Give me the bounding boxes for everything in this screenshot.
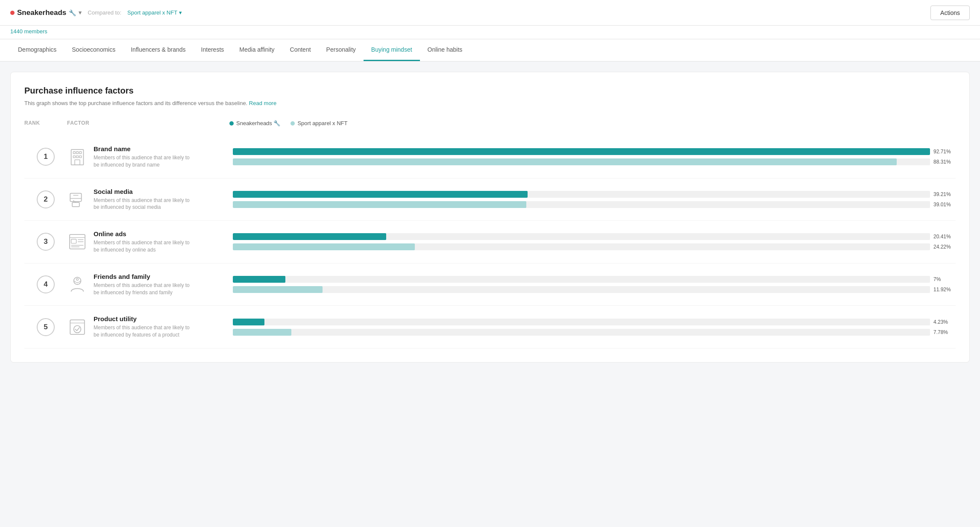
audience-dot <box>10 11 15 15</box>
primary-bar-label: 20.41% <box>933 234 956 240</box>
tab-demographics[interactable]: Demographics <box>10 39 64 61</box>
card-subtitle: This graph shows the top purchase influe… <box>24 100 956 106</box>
factor-cell: Friends and family Members of this audie… <box>67 273 229 296</box>
primary-bar-row: 39.21% <box>233 191 956 198</box>
tab-online-habits[interactable]: Online habits <box>420 39 470 61</box>
compared-link[interactable]: Sport apparel x NFT ▾ <box>127 9 182 16</box>
primary-bar-label: 4.23% <box>933 319 956 325</box>
rank-column-header: Rank <box>24 120 67 126</box>
rank-badge: 1 <box>37 148 55 166</box>
rank-cell: 4 <box>24 275 67 293</box>
factor-text: Online ads Members of this audience that… <box>94 230 196 254</box>
factor-desc: Members of this audience that are likely… <box>94 197 196 211</box>
primary-bar <box>233 233 386 240</box>
secondary-bar-label: 7.78% <box>933 329 956 335</box>
table-row: 5 Product utility Members of this audien… <box>24 306 956 348</box>
secondary-bar <box>233 329 291 336</box>
secondary-bar-row: 88.31% <box>233 158 956 165</box>
rank-cell: 2 <box>24 190 67 208</box>
factor-text: Brand name Members of this audience that… <box>94 145 196 169</box>
rank-cell: 3 <box>24 233 67 251</box>
tab-personality[interactable]: Personality <box>319 39 364 61</box>
secondary-bar-row: 39.01% <box>233 201 956 208</box>
svg-rect-6 <box>79 156 82 158</box>
svg-rect-12 <box>72 202 79 207</box>
secondary-bar-row: 7.78% <box>233 329 956 336</box>
tab-media-affinity[interactable]: Media affinity <box>232 39 282 61</box>
tab-influencers[interactable]: Influencers & brands <box>123 39 193 61</box>
secondary-bar <box>233 286 323 293</box>
tab-buying-mindset[interactable]: Buying mindset <box>364 39 420 61</box>
primary-bar-row: 4.23% <box>233 319 956 325</box>
tab-interests[interactable]: Interests <box>194 39 232 61</box>
factor-name: Product utility <box>94 315 196 322</box>
members-count: 1440 members <box>0 26 980 39</box>
rank-badge: 3 <box>37 233 55 251</box>
svg-rect-3 <box>79 152 82 154</box>
primary-bar-label: 92.71% <box>933 149 956 155</box>
audience-name: Sneakerheads 🔧 ▾ <box>10 9 82 17</box>
factor-desc: Members of this audience that are likely… <box>94 154 196 169</box>
primary-bar <box>233 148 930 155</box>
social-icon <box>67 189 88 210</box>
secondary-bar-label: 39.01% <box>933 202 956 208</box>
tab-content[interactable]: Content <box>282 39 319 61</box>
legend-primary-dot <box>229 121 234 126</box>
factors-list: 1 Brand name Members of this audience th… <box>24 136 956 348</box>
rank-cell: 5 <box>24 318 67 336</box>
svg-rect-5 <box>76 156 79 158</box>
legend-secondary: Sport apparel x NFT <box>290 120 347 126</box>
compared-chevron-icon: ▾ <box>179 9 182 16</box>
chevron-down-icon[interactable]: ▾ <box>79 9 82 16</box>
secondary-bar-label: 88.31% <box>933 159 956 165</box>
secondary-bar-label: 11.92% <box>933 287 956 293</box>
card-title: Purchase influence factors <box>24 86 956 96</box>
legend: Sneakerheads 🔧 Sport apparel x NFT <box>229 120 956 126</box>
legend-primary: Sneakerheads 🔧 <box>229 120 280 126</box>
primary-bar-label: 39.21% <box>933 191 956 197</box>
legend-secondary-dot <box>290 121 295 126</box>
svg-rect-15 <box>71 239 76 243</box>
bars-cell: 20.41% 24.22% <box>229 233 956 250</box>
svg-rect-7 <box>75 160 80 165</box>
svg-point-24 <box>74 325 81 333</box>
factor-desc: Members of this audience that are likely… <box>94 324 196 339</box>
secondary-bar-label: 24.22% <box>933 244 956 250</box>
factor-column-header: Factor <box>67 120 229 126</box>
rank-cell: 1 <box>24 148 67 166</box>
primary-bar-label: 7% <box>933 276 956 282</box>
svg-rect-2 <box>76 152 79 154</box>
primary-bar <box>233 191 528 198</box>
actions-button[interactable]: Actions <box>930 6 970 20</box>
secondary-bar <box>233 201 526 208</box>
svg-rect-1 <box>73 152 75 154</box>
read-more-link[interactable]: Read more <box>249 100 276 106</box>
factor-desc: Members of this audience that are likely… <box>94 282 196 296</box>
factor-desc: Members of this audience that are likely… <box>94 239 196 254</box>
rank-badge: 4 <box>37 275 55 293</box>
primary-bar-row: 20.41% <box>233 233 956 240</box>
primary-bar-row: 7% <box>233 276 956 283</box>
primary-bar-row: 92.71% <box>233 148 956 155</box>
factor-text: Social media Members of this audience th… <box>94 188 196 211</box>
rank-badge: 5 <box>37 318 55 336</box>
factor-cell: Brand name Members of this audience that… <box>67 145 229 169</box>
secondary-bar-row: 11.92% <box>233 286 956 293</box>
table-row: 3 Online ads Members of this audience th… <box>24 221 956 264</box>
factor-name: Friends and family <box>94 273 196 280</box>
secondary-bar-row: 24.22% <box>233 243 956 250</box>
factor-text: Product utility Members of this audience… <box>94 315 196 339</box>
audience-icon: 🔧 <box>69 9 76 16</box>
factor-text: Friends and family Members of this audie… <box>94 273 196 296</box>
svg-rect-8 <box>70 193 81 201</box>
rank-badge: 2 <box>37 190 55 208</box>
factor-cell: Online ads Members of this audience that… <box>67 230 229 254</box>
nav-tabs: DemographicsSocioeconomicsInfluencers & … <box>0 39 980 61</box>
tab-socioeconomics[interactable]: Socioeconomics <box>64 39 123 61</box>
bars-cell: 4.23% 7.78% <box>229 319 956 336</box>
factor-cell: Product utility Members of this audience… <box>67 315 229 339</box>
svg-point-21 <box>76 278 79 281</box>
bars-cell: 7% 11.92% <box>229 276 956 293</box>
bars-cell: 92.71% 88.31% <box>229 148 956 165</box>
factor-name: Social media <box>94 188 196 195</box>
